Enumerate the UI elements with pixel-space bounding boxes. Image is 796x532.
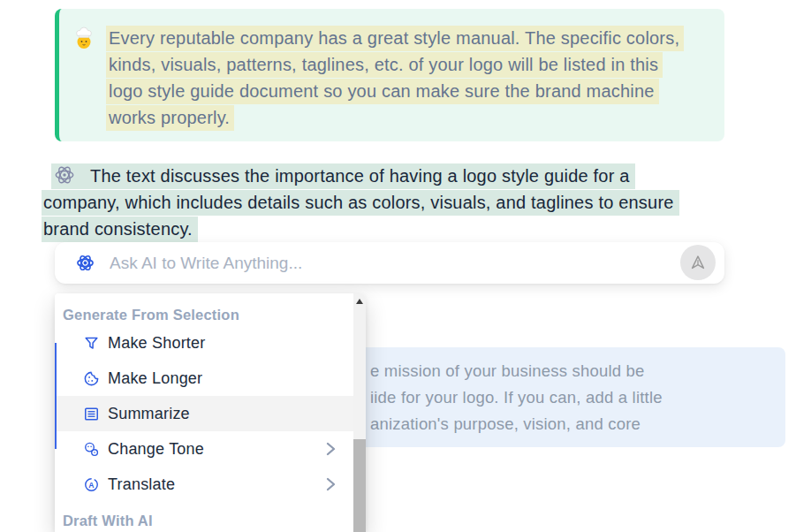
callout-line: Every reputable company has a great styl… — [106, 26, 684, 51]
menu-section-draft-with-ai: Draft With AI — [55, 510, 353, 531]
background-text-block: e mission of your business should be iid… — [358, 347, 785, 447]
menu-item-summarize[interactable]: Summarize — [55, 396, 353, 431]
summary-line: brand consistency. — [42, 217, 198, 242]
callout-line: works properly. — [106, 105, 234, 131]
send-arrow-icon — [688, 253, 708, 272]
chevron-right-icon — [323, 476, 337, 492]
callout-line: logo style guide document so you can mak… — [106, 79, 659, 104]
editor-canvas: Every reputable company has a great styl… — [0, 0, 796, 532]
ai-atom-icon — [75, 253, 95, 273]
callout-text: Every reputable company has a great styl… — [106, 25, 684, 131]
callout-line: kinds, visuals, patterns, taglines, etc.… — [106, 52, 663, 78]
backdrop-line: anization's purpose, vision, and core — [370, 411, 785, 437]
document-list-icon — [83, 406, 100, 422]
menu-item-make-shorter[interactable]: Make Shorter — [55, 325, 353, 361]
menu-item-label: Summarize — [108, 405, 190, 423]
menu-item-make-longer[interactable]: Make Longer — [55, 361, 353, 396]
atom-icon — [53, 163, 76, 186]
svg-text:A: A — [88, 480, 95, 489]
send-button[interactable] — [680, 245, 716, 280]
cook-emoji-icon — [72, 27, 95, 51]
backdrop-line: iide for your logo. If you can, add a li… — [370, 384, 785, 411]
menu-item-translate[interactable]: A Translate — [55, 467, 353, 502]
translate-icon: A — [83, 476, 100, 493]
menu-item-change-tone[interactable]: Change Tone — [55, 431, 353, 467]
ai-prompt-input[interactable] — [110, 254, 724, 273]
menu-item-label: Make Longer — [108, 369, 202, 388]
faces-icon — [83, 441, 100, 458]
ai-actions-menu: Generate From Selection Make Shorter Mak… — [55, 293, 366, 532]
text-caret-line — [55, 343, 57, 449]
scrollbar-thumb[interactable] — [353, 439, 366, 532]
scroll-up-button[interactable] — [353, 293, 366, 309]
cookie-icon — [83, 370, 100, 387]
summary-line: The text discusses the importance of hav… — [90, 166, 630, 186]
menu-item-label: Change Tone — [108, 440, 204, 459]
menu-item-label: Translate — [108, 475, 175, 494]
callout-block: Every reputable company has a great styl… — [55, 9, 724, 141]
chevron-right-icon — [323, 441, 337, 457]
summary-line: company, which includes details such as … — [42, 190, 679, 216]
filter-icon — [83, 335, 100, 352]
backdrop-line: e mission of your business should be — [370, 358, 785, 384]
menu-item-label: Make Shorter — [108, 334, 205, 353]
ask-ai-input-bar — [55, 242, 724, 284]
menu-scrollbar[interactable] — [353, 293, 366, 532]
menu-section-generate-from-selection: Generate From Selection — [55, 304, 353, 325]
ai-summary-paragraph: The text discusses the importance of hav… — [42, 163, 775, 242]
